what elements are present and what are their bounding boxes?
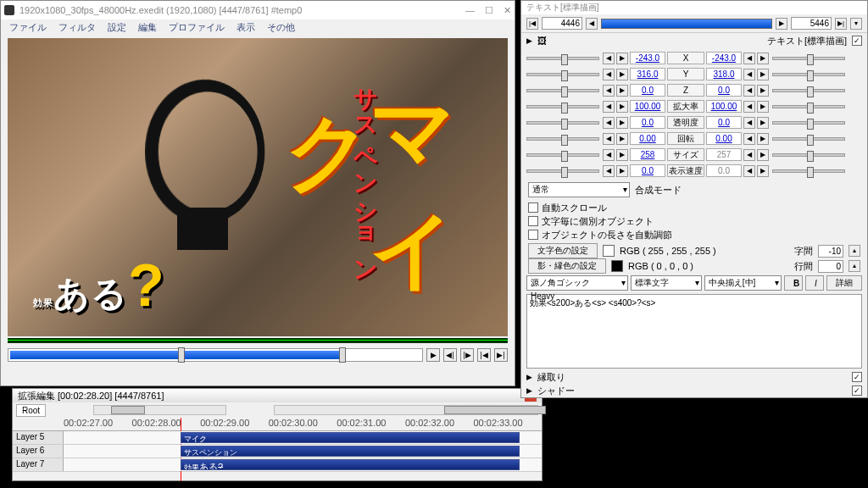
- param-slider-right[interactable]: [772, 105, 845, 108]
- frame-menu-button[interactable]: ▾: [850, 18, 862, 30]
- param-right-value[interactable]: 0.0: [706, 164, 742, 177]
- menu-edit[interactable]: 編集: [138, 21, 157, 35]
- inc-button[interactable]: ▶: [616, 117, 628, 129]
- step-back-button[interactable]: ◀|: [443, 348, 457, 362]
- detail-button[interactable]: 詳細: [826, 275, 862, 291]
- param-right-value[interactable]: -243.0: [706, 52, 742, 64]
- menu-settings[interactable]: 設定: [108, 21, 126, 35]
- check-per-char[interactable]: 文字毎に個別オブジェクト: [528, 214, 860, 228]
- param-slider-left[interactable]: [526, 153, 599, 157]
- param-right-value[interactable]: 257: [706, 148, 742, 161]
- spacing-spin[interactable]: ▴: [849, 245, 860, 257]
- frame-end-input[interactable]: [791, 17, 832, 30]
- param-name[interactable]: Y: [667, 68, 704, 80]
- dec-button[interactable]: ◀: [603, 117, 615, 129]
- param-slider-right[interactable]: [772, 169, 845, 173]
- dec2-button[interactable]: ◀: [743, 85, 755, 97]
- zoom-thumb[interactable]: [111, 406, 145, 414]
- clip[interactable]: サスペンション: [181, 446, 520, 457]
- layer-label[interactable]: Layer 7: [13, 458, 64, 471]
- root-button[interactable]: Root: [16, 404, 46, 417]
- text-color-swatch[interactable]: [603, 245, 615, 257]
- param-left-value[interactable]: 0.0: [630, 84, 665, 97]
- inc-button[interactable]: ▶: [616, 101, 628, 113]
- dec-button[interactable]: ◀: [603, 133, 615, 145]
- leading-input[interactable]: [818, 260, 843, 273]
- param-slider-left[interactable]: [526, 137, 599, 141]
- menu-other[interactable]: その他: [267, 21, 295, 35]
- inc-button[interactable]: ▶: [616, 53, 628, 64]
- param-slider-right[interactable]: [772, 73, 845, 76]
- bold-button[interactable]: B: [784, 275, 803, 291]
- seek-thumb-a[interactable]: [178, 347, 185, 363]
- param-slider-right[interactable]: [772, 89, 845, 92]
- param-name[interactable]: 透明度: [667, 116, 704, 129]
- seek-thumb-b[interactable]: [339, 347, 346, 363]
- frame-range-track[interactable]: [601, 19, 772, 29]
- inc2-button[interactable]: ▶: [757, 85, 769, 97]
- menu-profile[interactable]: プロファイル: [169, 21, 225, 35]
- seek-track[interactable]: [8, 348, 423, 362]
- param-left-value[interactable]: 258: [630, 148, 665, 161]
- dec2-button[interactable]: ◀: [743, 133, 755, 145]
- param-left-value[interactable]: 0.0: [630, 116, 665, 129]
- param-right-value[interactable]: 0.0: [706, 84, 742, 97]
- dec-button[interactable]: ◀: [603, 53, 615, 64]
- param-slider-left[interactable]: [526, 89, 599, 92]
- close-button[interactable]: ✕: [504, 5, 511, 16]
- layer-label[interactable]: Layer 5: [13, 431, 64, 444]
- style-select[interactable]: 標準文字: [631, 275, 702, 291]
- param-slider-right[interactable]: [772, 137, 845, 141]
- collapse-icon[interactable]: ▶: [526, 36, 532, 45]
- inc-button[interactable]: ▶: [616, 85, 628, 97]
- dec-button[interactable]: ◀: [603, 85, 615, 97]
- check-autoscroll[interactable]: 自動スクロール: [528, 201, 860, 214]
- outline-checkbox[interactable]: ✓: [852, 372, 862, 382]
- step-fwd-button[interactable]: |▶: [460, 348, 474, 362]
- expand-icon[interactable]: 🖾: [537, 36, 547, 46]
- shadow-toggle-icon[interactable]: ▶: [526, 386, 532, 395]
- shadow-color-swatch[interactable]: [611, 260, 623, 272]
- param-name[interactable]: X: [667, 52, 704, 64]
- jump-start-button[interactable]: |◀: [477, 348, 491, 362]
- layer-label[interactable]: Layer 6: [13, 445, 64, 458]
- text-color-button[interactable]: 文字色の設定: [528, 243, 598, 258]
- menu-file[interactable]: ファイル: [9, 21, 47, 35]
- inc-button[interactable]: ▶: [616, 149, 628, 161]
- timeline-zoom-scroll[interactable]: [93, 405, 226, 415]
- timeline-ruler[interactable]: 00:02:27.00 00:02:28.00 00:02:29.00 00:0…: [13, 418, 542, 431]
- inc2-button[interactable]: ▶: [757, 149, 769, 161]
- inc2-button[interactable]: ▶: [757, 133, 769, 145]
- param-slider-right[interactable]: [772, 121, 845, 125]
- param-slider-right[interactable]: [772, 153, 845, 157]
- menu-filter[interactable]: フィルタ: [58, 21, 96, 35]
- param-name[interactable]: 拡大率: [667, 100, 704, 113]
- inc2-button[interactable]: ▶: [757, 117, 769, 129]
- minimize-button[interactable]: —: [465, 5, 475, 16]
- param-name[interactable]: 表示速度: [667, 164, 704, 177]
- param-name[interactable]: Z: [667, 84, 704, 97]
- param-left-value[interactable]: 0.0: [630, 164, 665, 177]
- text-content-area[interactable]: 効果<s200>ある<s> <s400>?<s>: [526, 294, 862, 369]
- inc-button[interactable]: ▶: [616, 133, 628, 145]
- italic-button[interactable]: I: [805, 275, 824, 291]
- dec-button[interactable]: ◀: [603, 101, 615, 113]
- param-left-value[interactable]: -243.0: [630, 52, 665, 64]
- layer-track[interactable]: マイク: [64, 431, 542, 444]
- outline-toggle-icon[interactable]: ▶: [526, 373, 532, 381]
- param-slider-left[interactable]: [526, 121, 599, 125]
- audio-scrub[interactable]: [8, 338, 508, 343]
- timeline-hscroll[interactable]: [274, 405, 538, 415]
- hscroll-thumb[interactable]: [444, 406, 546, 414]
- param-left-value[interactable]: 316.0: [630, 68, 665, 80]
- check-auto-length[interactable]: オブジェクトの長さを自動調節: [528, 228, 860, 241]
- leading-spin[interactable]: ▴: [849, 260, 860, 272]
- inc2-button[interactable]: ▶: [757, 69, 769, 80]
- inc-button[interactable]: ▶: [616, 165, 628, 177]
- param-right-value[interactable]: 0.0: [706, 116, 742, 129]
- menu-view[interactable]: 表示: [236, 21, 255, 35]
- jump-end-button[interactable]: ▶|: [494, 348, 508, 362]
- font-select[interactable]: 源ノ角ゴシック Heavy: [526, 275, 628, 291]
- shadow-checkbox[interactable]: ✓: [852, 385, 862, 396]
- param-right-value[interactable]: 100.00: [706, 100, 742, 113]
